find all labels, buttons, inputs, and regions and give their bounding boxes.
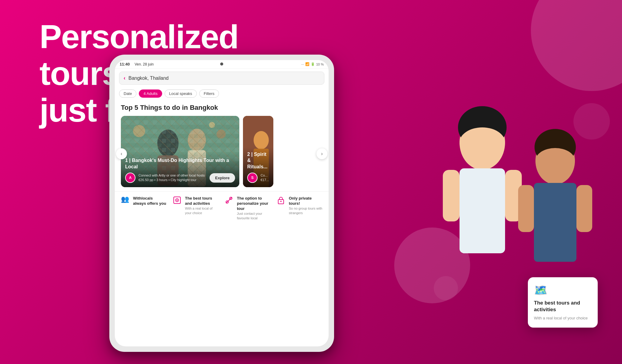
- svg-point-37: [573, 103, 610, 140]
- status-icons: ··· 📶 🔋 10 %: [301, 62, 324, 66]
- svg-point-27: [460, 127, 505, 158]
- svg-point-31: [535, 137, 575, 184]
- tour-card-2[interactable]: 2 | Spirit & Rituals... S Co... €17...: [243, 116, 273, 187]
- filter-chips-row: Date 4 Adults Local speaks Filters: [115, 88, 329, 101]
- filter-filters[interactable]: Filters: [199, 89, 219, 98]
- svg-point-25: [460, 115, 505, 170]
- feature-withlocals: 👥 Withlocals always offers you: [121, 196, 167, 221]
- right-feature-icon: 🗺️: [534, 284, 592, 297]
- carousel-next-button[interactable]: ›: [316, 148, 327, 159]
- feature-private-title: Only private tours!: [289, 196, 323, 206]
- battery-percent: 10 %: [316, 62, 324, 66]
- feature-private-text: Only private tours! So no group tours wi…: [289, 196, 323, 216]
- status-time: 11:40: [120, 62, 130, 66]
- svg-line-20: [226, 197, 232, 203]
- svg-point-10: [133, 125, 145, 137]
- tours-icon: [173, 196, 183, 206]
- svg-point-19: [176, 200, 178, 201]
- svg-point-33: [535, 148, 575, 174]
- deco-circle-1: [531, 0, 622, 91]
- feature-personalize-text: The option to personalize your tour Just…: [237, 196, 271, 221]
- feature-private: Only private tours! So no group tours wi…: [277, 196, 323, 221]
- svg-rect-35: [518, 185, 534, 232]
- card-1-bottom: A Connect with Artty or one of other loc…: [125, 173, 235, 183]
- feature-tours-text: The best tours and activities With a rea…: [185, 196, 219, 216]
- feature-personalize: The option to personalize your tour Just…: [225, 196, 271, 221]
- card-2-avatar: S: [247, 173, 258, 183]
- card-1-info: Connect with Artty or one of other local…: [138, 173, 207, 183]
- card-1-avatar: A: [125, 173, 135, 183]
- status-date: Ven. 28 juin: [135, 62, 154, 66]
- feature-tours-title: The best tours and activities: [185, 196, 219, 206]
- withlocals-icon: 👥: [121, 196, 131, 206]
- signal-icon: ···: [301, 62, 304, 66]
- card-2-host: Co...: [261, 173, 269, 178]
- svg-rect-36: [576, 185, 592, 232]
- feature-private-subtitle: So no group tours with strangers: [289, 206, 323, 216]
- search-bar[interactable]: ‹ Bangkok, Thailand: [119, 72, 324, 85]
- feature-tours-subtitle: With a real local of your choice: [185, 206, 219, 216]
- right-feature-card: 🗺️ The best tours and activities With a …: [528, 277, 598, 328]
- carousel-area: ‹: [115, 116, 329, 191]
- tour-card-1[interactable]: 1 | Bangkok's Must-Do Highlights Tour wi…: [121, 116, 239, 187]
- deco-circle-2: [394, 228, 470, 303]
- carousel-prev-button[interactable]: ‹: [116, 148, 127, 159]
- card-1-avatars: A: [125, 173, 135, 183]
- filter-adults[interactable]: 4 Adults: [139, 89, 162, 98]
- tablet-screen: 11:40 Ven. 28 juin ··· 📶 🔋 10 % ‹ Bangko…: [115, 60, 329, 346]
- filter-date[interactable]: Date: [119, 89, 136, 98]
- wifi-icon: 📶: [305, 62, 309, 66]
- right-feature-subtitle: With a real local of your choice: [534, 315, 592, 321]
- tablet-wrapper: 11:40 Ven. 28 juin ··· 📶 🔋 10 % ‹ Bangko…: [109, 55, 334, 352]
- feature-personalize-subtitle: Just contact your favourite local: [237, 211, 271, 221]
- svg-point-15: [254, 131, 269, 149]
- card-1-title: 1 | Bangkok's Must-Do Highlights Tour wi…: [125, 157, 235, 170]
- feature-personalize-title: The option to personalize your tour: [237, 196, 271, 211]
- personalize-icon: [225, 196, 234, 206]
- card-1-price: €26.50 pp • 3 hours • City highlight tou…: [138, 178, 207, 182]
- card-1-host: Connect with Artty or one of other local…: [138, 173, 207, 178]
- svg-point-32: [535, 129, 576, 165]
- svg-point-3: [188, 129, 206, 152]
- svg-point-1: [157, 130, 179, 157]
- section-title: Top 5 Things to do in Bangkok: [115, 101, 329, 116]
- feature-withlocals-text: Withlocals always offers you: [133, 196, 167, 206]
- battery-icon: 🔋: [311, 62, 315, 66]
- card-2-overlay: 2 | Spirit & Rituals... S Co... €17...: [243, 147, 273, 187]
- card-2-price: €17...: [261, 178, 269, 182]
- svg-point-24: [280, 201, 282, 202]
- svg-point-26: [458, 106, 507, 149]
- card-2-info: Co... €17...: [261, 173, 269, 183]
- search-location: Bangkok, Thailand: [128, 76, 169, 81]
- right-feature-title: The best tours and activities: [534, 300, 592, 313]
- card-1-overlay: 1 | Bangkok's Must-Do Highlights Tour wi…: [121, 153, 239, 187]
- svg-rect-28: [460, 168, 505, 253]
- card-1-explore-button[interactable]: Explore: [210, 173, 235, 183]
- filter-local-speaks[interactable]: Local speaks: [165, 89, 197, 98]
- back-button[interactable]: ‹: [124, 75, 125, 81]
- features-row: 👥 Withlocals always offers you: [115, 191, 329, 224]
- svg-rect-29: [443, 170, 460, 221]
- card-2-title: 2 | Spirit & Rituals...: [247, 151, 269, 170]
- feature-tours: The best tours and activities With a rea…: [173, 196, 219, 221]
- tablet-outer: 11:40 Ven. 28 juin ··· 📶 🔋 10 % ‹ Bangko…: [109, 55, 334, 352]
- private-icon: [277, 196, 286, 206]
- feature-withlocals-title: Withlocals always offers you: [133, 196, 167, 206]
- card-2-bottom: S Co... €17...: [247, 173, 269, 183]
- carousel-track: 1 | Bangkok's Must-Do Highlights Tour wi…: [115, 116, 329, 187]
- svg-rect-34: [534, 183, 576, 262]
- svg-rect-30: [505, 170, 522, 221]
- camera-dot: [220, 62, 223, 66]
- svg-point-12: [209, 122, 215, 128]
- svg-point-11: [217, 130, 226, 139]
